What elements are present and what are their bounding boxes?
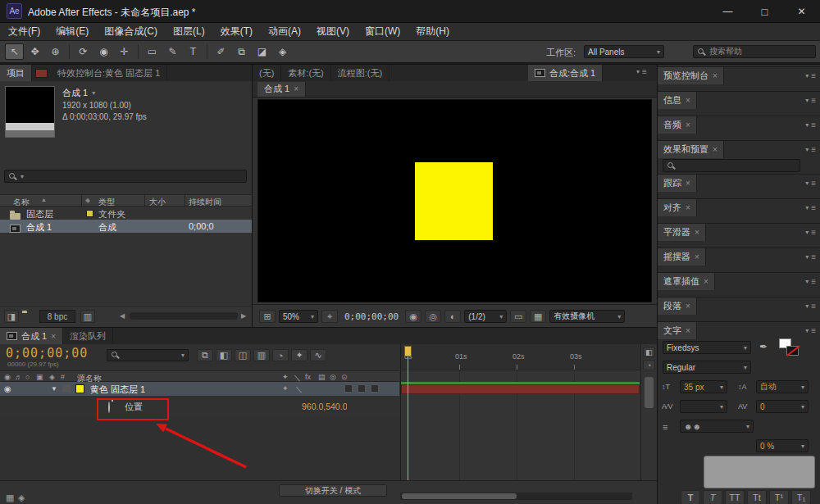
- hand-tool[interactable]: ✥: [25, 43, 44, 60]
- pan-behind-tool[interactable]: ✛: [115, 43, 134, 60]
- scroll-left-arrow[interactable]: ◀: [120, 312, 125, 320]
- current-time-indicator-line[interactable]: [408, 356, 408, 480]
- rotation-tool[interactable]: ⟳: [74, 43, 93, 60]
- scrollbar-handle[interactable]: [402, 493, 517, 499]
- grid-guides-button[interactable]: ⊞: [259, 310, 276, 323]
- close-icon[interactable]: ×: [695, 228, 699, 237]
- layer-quality-switch[interactable]: ✦: [282, 384, 289, 393]
- layer-switch-box[interactable]: [371, 384, 379, 393]
- project-row-solids[interactable]: 固态层 文件夹: [0, 207, 252, 220]
- timeline-tab-comp[interactable]: 合成 1 ×: [0, 328, 63, 344]
- puppet-pin-tool[interactable]: ◈: [273, 43, 292, 60]
- menu-window[interactable]: 窗口(W): [365, 25, 400, 39]
- toggle-switches-modes-button[interactable]: 切换开关 / 模式: [279, 484, 387, 497]
- close-button[interactable]: ✕: [783, 0, 820, 23]
- selection-tool[interactable]: ↖: [5, 43, 24, 60]
- vertical-scrollbar[interactable]: [645, 377, 654, 408]
- brush-tool[interactable]: ✐: [212, 43, 230, 60]
- maximize-button[interactable]: □: [746, 0, 783, 23]
- tracking-dropdown[interactable]: 0 ▾: [756, 400, 809, 413]
- panel-menu-icon[interactable]: ≡: [811, 145, 816, 154]
- menu-layer[interactable]: 图层(L): [173, 25, 205, 39]
- tab-none[interactable]: (无): [253, 65, 281, 81]
- mini-flowchart-button[interactable]: ⧉: [197, 349, 213, 361]
- panel-menu-icon[interactable]: ≡: [811, 96, 816, 105]
- panel-preview[interactable]: 预览控制台×▾≡: [658, 66, 820, 84]
- region-of-interest-button[interactable]: ▭: [510, 310, 526, 323]
- effects-search-input[interactable]: [663, 159, 800, 172]
- panel-tracker[interactable]: 跟踪×▾≡: [658, 174, 820, 192]
- help-search-input[interactable]: 搜索帮助: [693, 45, 816, 58]
- column-divider[interactable]: [184, 195, 185, 207]
- zoom-tool[interactable]: ⊕: [46, 43, 65, 60]
- project-comp-name[interactable]: 合成 1 ▾: [62, 87, 95, 99]
- timeline-tab-render-queue[interactable]: 渲染队列: [63, 328, 113, 344]
- timeline-horizontal-scrollbar[interactable]: [400, 493, 632, 500]
- close-icon[interactable]: ×: [686, 326, 690, 335]
- faux-italic-button[interactable]: T: [703, 490, 722, 504]
- interpret-footage-button[interactable]: ◨: [4, 310, 19, 323]
- brainstorm-button[interactable]: ✦: [291, 349, 308, 361]
- kerning-dropdown[interactable]: ▾: [680, 400, 727, 413]
- font-family-dropdown[interactable]: Fixedsys ▾: [663, 341, 751, 354]
- expand-inout-icon[interactable]: ◈: [18, 493, 25, 503]
- fill-color-swatches[interactable]: [779, 338, 802, 357]
- project-search-input[interactable]: ▾: [4, 170, 247, 183]
- panel-menu-icon[interactable]: ≡: [811, 179, 816, 188]
- close-icon[interactable]: ×: [713, 145, 718, 154]
- menu-view[interactable]: 视图(V): [317, 25, 349, 39]
- current-time-indicator[interactable]: [404, 346, 412, 356]
- close-icon[interactable]: ×: [686, 179, 690, 188]
- panel-info[interactable]: 信息×▾≡: [658, 91, 820, 109]
- tab-composition[interactable]: 合成:合成 1: [528, 65, 603, 81]
- layer-label-chip[interactable]: [62, 384, 71, 393]
- column-divider[interactable]: [144, 195, 145, 207]
- close-icon[interactable]: ×: [686, 302, 690, 311]
- font-size-dropdown[interactable]: 35 px ▾: [680, 380, 727, 393]
- trash-button[interactable]: ▥: [80, 310, 95, 323]
- column-divider[interactable]: [81, 195, 82, 207]
- eyedropper-icon[interactable]: ✒: [759, 341, 768, 352]
- comp-marker-button[interactable]: ◧: [643, 347, 655, 357]
- menu-file[interactable]: 文件(F): [8, 25, 40, 39]
- type-tool[interactable]: T: [184, 43, 203, 60]
- scale-dropdown[interactable]: 0 % ▾: [756, 439, 809, 452]
- viewport[interactable]: [257, 99, 652, 302]
- twirl-open-icon[interactable]: ▼: [51, 385, 57, 393]
- camera-dropdown[interactable]: 有效摄像机 ▾: [549, 310, 625, 323]
- scroll-right-arrow[interactable]: ▶: [241, 312, 246, 320]
- time-ruler[interactable]: 0s 01s 02s 03s: [400, 344, 640, 370]
- resolution-dropdown[interactable]: (1/2) ▾: [464, 310, 507, 323]
- panel-menu-icon[interactable]: ≡: [811, 277, 816, 286]
- timeline-search-input[interactable]: ▾: [107, 349, 189, 361]
- comp-button[interactable]: ◔: [643, 360, 655, 370]
- camera-tool[interactable]: ◉: [94, 43, 113, 60]
- workspace-dropdown[interactable]: All Panels ▾: [584, 45, 664, 58]
- yellow-solid-layer[interactable]: [415, 162, 493, 240]
- panel-audio[interactable]: 音频×▾≡: [658, 116, 820, 134]
- menu-animation[interactable]: 动画(A): [268, 25, 301, 39]
- panel-menu[interactable]: ▾ ≡: [636, 67, 651, 76]
- close-icon[interactable]: ×: [294, 84, 298, 93]
- panel-character[interactable]: 文字×▾≡: [658, 321, 820, 339]
- menu-effect[interactable]: 效果(T): [221, 25, 253, 39]
- show-channel-button[interactable]: ◐: [444, 310, 461, 323]
- tab-effect-controls[interactable]: 特效控制台:黄色 固态层 1: [51, 65, 167, 81]
- layer-duration-bar[interactable]: [401, 384, 640, 394]
- panel-effects-presets[interactable]: 效果和预置×▾≡: [658, 140, 820, 158]
- menu-composition[interactable]: 图像合成(C): [104, 25, 157, 39]
- clone-stamp-tool[interactable]: ⧉: [232, 43, 251, 60]
- viewer-comp-tab[interactable]: 合成 1 ×: [257, 82, 306, 97]
- mask-shape-tool[interactable]: ▭: [143, 43, 162, 60]
- layer-switch-box[interactable]: [358, 384, 366, 393]
- panel-align[interactable]: 对齐×▾≡: [658, 198, 820, 216]
- panel-menu-icon[interactable]: ≡: [811, 71, 816, 80]
- tab-footage[interactable]: 素材:(无): [281, 65, 330, 81]
- minimize-button[interactable]: —: [709, 0, 746, 23]
- subscript-button[interactable]: T₁: [791, 490, 811, 504]
- panel-menu-icon[interactable]: ≡: [811, 302, 816, 311]
- label-color-swatch[interactable]: [86, 210, 93, 217]
- frame-blending-button[interactable]: ▥: [253, 349, 270, 361]
- horizontal-scrollbar[interactable]: [130, 312, 238, 320]
- close-icon[interactable]: ×: [686, 120, 690, 129]
